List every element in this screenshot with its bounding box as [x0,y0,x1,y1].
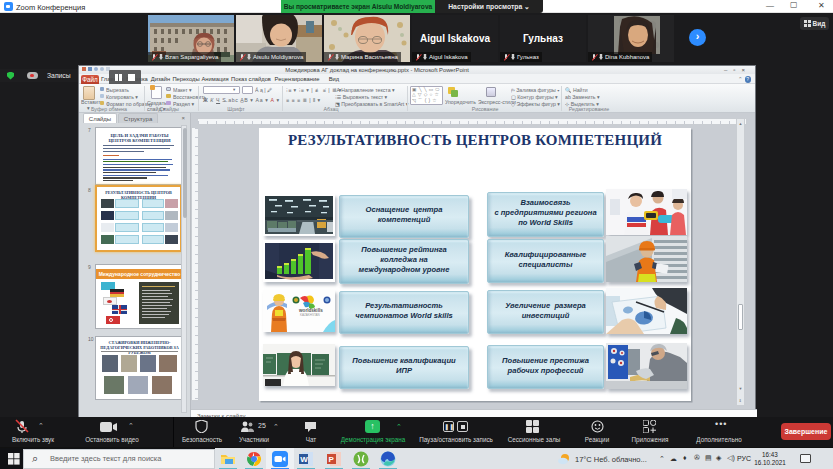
svg-text:W: W [300,455,308,464]
svg-text:P: P [329,455,335,464]
svg-text:KAZAKHSTAN: KAZAKHSTAN [300,313,320,317]
